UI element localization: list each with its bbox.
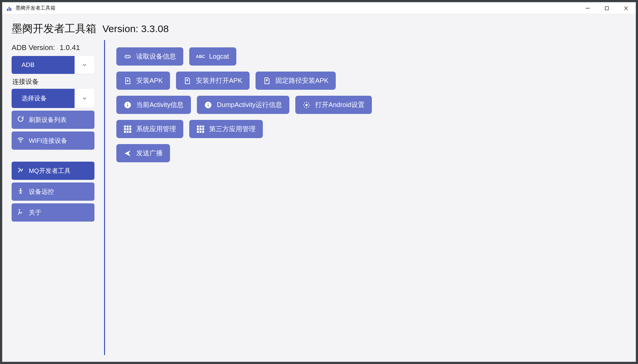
- link-icon: [124, 53, 132, 61]
- device-section-label: 连接设备: [12, 77, 97, 86]
- body: ADB Version: 1.0.41 ADB 连接设备 选择设备: [2, 40, 636, 362]
- main-panel: 读取设备信息 ABC Logcat 安装APK 安装并打开APK: [105, 40, 636, 355]
- read-device-info-label: 读取设备信息: [136, 52, 176, 61]
- logcat-label: Logcat: [209, 53, 229, 60]
- svg-rect-0: [586, 8, 590, 9]
- app-icon: [7, 6, 12, 11]
- svg-point-14: [306, 104, 308, 106]
- thirdparty-apps-button[interactable]: 第三方应用管理: [189, 120, 263, 138]
- maximize-button[interactable]: [597, 2, 616, 14]
- about-label: 关于: [29, 208, 41, 217]
- adb-version-label: ADB Version:: [12, 43, 55, 52]
- svg-point-5: [19, 168, 20, 169]
- open-android-settings-button[interactable]: 打开Android设置: [295, 96, 372, 114]
- chevron-down-icon: [82, 95, 87, 101]
- send-icon: [124, 149, 132, 157]
- action-row-1: 读取设备信息 ABC Logcat: [116, 47, 626, 66]
- svg-point-4: [20, 142, 21, 143]
- install-open-apk-button[interactable]: 安装并打开APK: [176, 72, 250, 90]
- dump-activity-button[interactable]: DumpActivity运行信息: [197, 96, 289, 114]
- refresh-icon: [17, 115, 24, 124]
- dump-activity-label: DumpActivity运行信息: [217, 100, 282, 109]
- about-icon: [17, 208, 24, 217]
- system-apps-label: 系统应用管理: [136, 125, 176, 133]
- remote-icon: [17, 187, 24, 196]
- adb-selector-chevron[interactable]: [75, 56, 94, 74]
- device-selector-chevron[interactable]: [75, 89, 94, 108]
- remote-control-label: 设备远控: [29, 187, 54, 196]
- remote-control-button[interactable]: 设备远控: [12, 182, 94, 201]
- device-selector[interactable]: 选择设备: [12, 89, 94, 108]
- send-broadcast-button[interactable]: 发送广播: [116, 144, 170, 162]
- thirdparty-apps-label: 第三方应用管理: [209, 125, 256, 133]
- wifi-icon: [17, 136, 24, 145]
- install-path-icon: [263, 77, 271, 85]
- install-open-icon: [183, 77, 191, 85]
- gear-icon: [303, 101, 311, 109]
- app-window: 墨阕开发者工具箱 墨阕开发者工具箱 Version: 3.3.08 ADB Ve…: [2, 2, 636, 362]
- info-icon: [124, 101, 132, 109]
- adb-version-row: ADB Version: 1.0.41: [12, 43, 97, 52]
- abc-icon: ABC: [197, 53, 204, 61]
- adb-selector-label: ADB: [22, 61, 34, 69]
- refresh-devices-label: 刷新设备列表: [29, 116, 67, 124]
- action-row-2: 安装APK 安装并打开APK 固定路径安装APK: [116, 72, 626, 90]
- svg-rect-12: [208, 104, 208, 107]
- window-title: 墨阕开发者工具箱: [16, 5, 55, 11]
- install-apk-button[interactable]: 安装APK: [116, 72, 170, 90]
- current-activity-button[interactable]: 当前Activity信息: [116, 96, 191, 114]
- svg-rect-9: [127, 104, 128, 107]
- install-open-apk-label: 安装并打开APK: [196, 76, 242, 85]
- action-row-4: 系统应用管理 第三方应用管理: [116, 120, 626, 138]
- svg-rect-13: [208, 103, 208, 104]
- adb-selector-main[interactable]: ADB: [12, 56, 75, 74]
- about-button[interactable]: 关于: [12, 203, 94, 222]
- window-controls: [578, 2, 636, 14]
- mq-tools-label: MQ开发者工具: [29, 167, 71, 175]
- install-icon: [124, 77, 132, 85]
- adb-selector[interactable]: ADB: [12, 56, 94, 74]
- install-fixedpath-apk-button[interactable]: 固定路径安装APK: [256, 72, 336, 90]
- chevron-down-icon: [82, 62, 87, 68]
- install-fixedpath-apk-label: 固定路径安装APK: [275, 76, 328, 85]
- device-selector-main[interactable]: 选择设备: [12, 89, 75, 108]
- logcat-button[interactable]: ABC Logcat: [189, 47, 236, 66]
- close-button[interactable]: [616, 2, 636, 14]
- app-title: 墨阕开发者工具箱: [12, 22, 96, 36]
- svg-rect-10: [127, 103, 128, 104]
- send-broadcast-label: 发送广播: [136, 149, 163, 158]
- action-row-3: 当前Activity信息 DumpActivity运行信息 打开Android设…: [116, 96, 626, 114]
- action-row-5: 发送广播: [116, 144, 626, 162]
- current-activity-label: 当前Activity信息: [136, 100, 184, 109]
- adb-version-value: 1.0.41: [60, 43, 80, 52]
- system-apps-button[interactable]: 系统应用管理: [116, 120, 183, 138]
- refresh-devices-button[interactable]: 刷新设备列表: [12, 111, 94, 129]
- install-apk-label: 安装APK: [136, 76, 163, 85]
- svg-point-6: [20, 188, 21, 189]
- app-version: Version: 3.3.08: [102, 23, 169, 34]
- wifi-connect-label: WIFI连接设备: [29, 136, 67, 145]
- info-icon: [204, 101, 212, 109]
- sidebar: ADB Version: 1.0.41 ADB 连接设备 选择设备: [12, 40, 105, 355]
- open-android-settings-label: 打开Android设置: [315, 100, 365, 109]
- svg-point-7: [19, 209, 20, 210]
- titlebar: 墨阕开发者工具箱: [2, 2, 636, 14]
- mq-tools-button[interactable]: MQ开发者工具: [12, 162, 94, 180]
- header: 墨阕开发者工具箱 Version: 3.3.08: [2, 14, 636, 40]
- wifi-connect-button[interactable]: WIFI连接设备: [12, 131, 94, 150]
- grid-icon: [197, 125, 204, 133]
- svg-rect-1: [605, 7, 609, 10]
- minimize-button[interactable]: [578, 2, 597, 14]
- grid-icon: [124, 125, 132, 133]
- read-device-info-button[interactable]: 读取设备信息: [116, 47, 183, 66]
- device-selector-label: 选择设备: [22, 94, 47, 103]
- tools-icon: [17, 166, 24, 175]
